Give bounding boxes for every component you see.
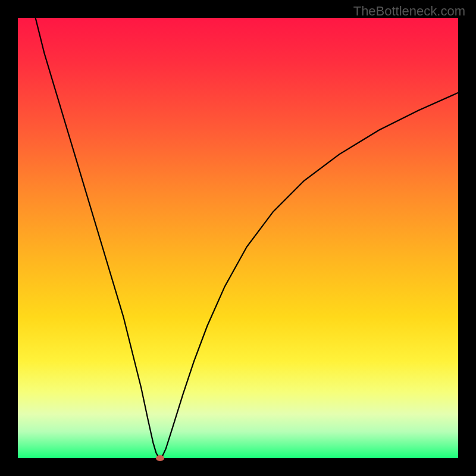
optimum-marker	[156, 455, 164, 461]
plot-background	[18, 18, 458, 458]
chart-frame: TheBottleneck.com	[0, 0, 476, 476]
chart-svg	[0, 0, 476, 476]
watermark-text: TheBottleneck.com	[353, 4, 465, 19]
